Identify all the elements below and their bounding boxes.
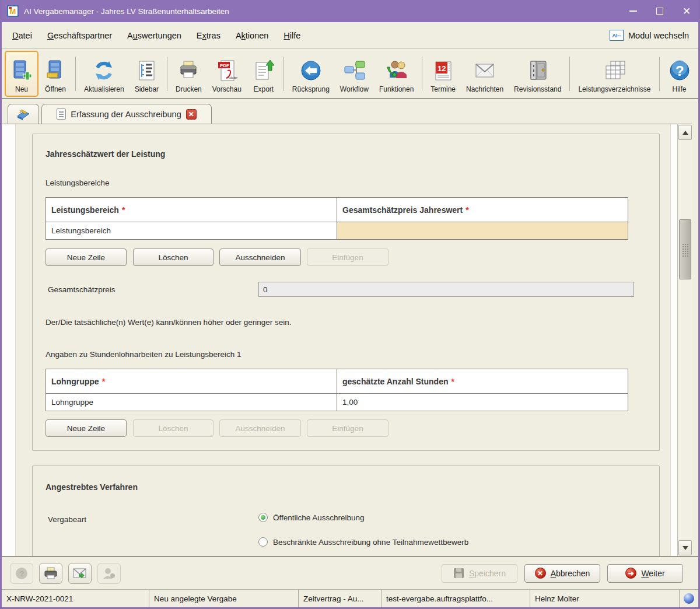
toolbar-button-ruecksprung[interactable]: Rücksprung: [287, 51, 335, 97]
titlebar: M AI Vergabemanager - Jahres LV Straßenu…: [0, 0, 700, 22]
loeschen-button[interactable]: Löschen: [133, 249, 214, 266]
radio-label: Beschränkte Ausschreibung ohne Teilnahme…: [273, 538, 468, 547]
tab-close-button[interactable]: [186, 109, 197, 120]
menu-datei[interactable]: Datei: [5, 27, 40, 44]
leistungsbereich-cell[interactable]: Leistungsbereich: [46, 222, 337, 239]
status-separator: [679, 590, 680, 607]
minimize-button[interactable]: [620, 0, 646, 22]
pdf-preview-icon: PDFAdobe: [215, 58, 239, 83]
svg-text:PDF: PDF: [220, 63, 229, 68]
footer-help-button: ?: [10, 563, 33, 584]
radio-unselected-icon: [258, 537, 268, 547]
menubar: Datei Geschäftspartner Auswertungen Extr…: [2, 22, 698, 49]
toolbar-label: Neu: [15, 85, 28, 93]
toolbar-label: Drucken: [176, 85, 202, 93]
menu-hilfe[interactable]: Hilfe: [276, 27, 308, 44]
lohngruppe-cell[interactable]: Lohngruppe: [46, 394, 337, 411]
leistungsbereiche-label: Leistungsbereiche: [46, 178, 110, 187]
gesamtschaetzpreis-label: Gesamtschätzpreis: [48, 285, 116, 294]
toolbar-separator: [167, 57, 167, 91]
cancel-icon: ✕: [535, 568, 546, 579]
menu-geschaeftspartner[interactable]: Geschäftspartner: [40, 27, 120, 44]
notepad-pencil-icon: [16, 108, 31, 121]
toolbar-button-vorschau[interactable]: PDFAdobe Vorschau: [207, 51, 247, 97]
toolbar-label: Öffnen: [45, 85, 66, 93]
note-text: Der/Die tatsächliche(n) Wert(e) kann/kön…: [46, 318, 291, 327]
toolbar-button-aktualisieren[interactable]: Aktualisieren: [79, 51, 130, 97]
toolbar-button-funktionen[interactable]: Funktionen: [374, 51, 419, 97]
close-button[interactable]: ✕: [673, 0, 700, 22]
neue-zeile-button-2[interactable]: Neue Zeile: [46, 419, 127, 437]
status-benutzer: Heinz Molter: [530, 590, 677, 607]
modul-wechseln-button[interactable]: AI-- Modul wechseln: [606, 27, 692, 43]
new-icon: [10, 58, 33, 83]
toolbar-button-workflow[interactable]: Workflow: [335, 51, 374, 97]
anzahl-stunden-cell[interactable]: 1,00: [337, 394, 628, 411]
einfuegen-button: Einfügen: [307, 249, 388, 266]
content-area: Jahresschätzwert der Leistung Leistungsb…: [2, 124, 677, 556]
toolbar-label: Workflow: [340, 85, 369, 93]
radio-selected-icon: [258, 513, 268, 522]
column-header: Leistungsbereich*: [46, 198, 337, 222]
toolbar-label: Sidebar: [135, 85, 159, 93]
svg-text:?: ?: [676, 63, 684, 79]
column-header: Lohngruppe*: [46, 369, 337, 393]
section-title: Angestrebtes Verfahren: [46, 482, 138, 492]
footer-print-button[interactable]: [39, 563, 62, 584]
toolbar-button-drucken[interactable]: Drucken: [170, 51, 207, 97]
save-floppy-icon: [453, 568, 464, 579]
svg-text:Adobe: Adobe: [228, 76, 238, 79]
tab-erfassung-der-ausschreibung[interactable]: Erfassung der Ausschreibung: [41, 104, 212, 124]
menu-extras[interactable]: Extras: [189, 27, 228, 44]
toolbar-button-termine[interactable]: 12 Termine: [425, 51, 461, 97]
menu-auswertungen[interactable]: Auswertungen: [120, 27, 189, 44]
einfuegen-button-2: Einfügen: [307, 419, 388, 437]
send-mail-icon: [72, 566, 88, 580]
app-icon: M: [7, 5, 19, 17]
footer-contact-button: [97, 563, 121, 584]
weiter-button[interactable]: ➜ Weiter: [607, 564, 683, 583]
help-disabled-icon: ?: [15, 566, 29, 580]
abbrechen-button[interactable]: ✕ Abbrechen: [524, 564, 600, 583]
vertical-scrollbar[interactable]: [677, 124, 692, 556]
scroll-up-button[interactable]: [678, 125, 692, 140]
workflow-icon: [342, 58, 366, 83]
toolbar-button-export[interactable]: Export: [247, 51, 281, 97]
toolbar-button-sidebar[interactable]: Sidebar: [130, 51, 164, 97]
column-header: Gesamtschätzpreis Jahreswert*: [337, 198, 628, 222]
toolbar-button-nachrichten[interactable]: Nachrichten: [461, 51, 509, 97]
printer-icon: [177, 58, 200, 83]
toolbar-button-revisionsstand[interactable]: Revisionsstand: [509, 51, 566, 97]
toolbar: Neu Öffnen Aktualisieren Sidebar Drucken…: [2, 49, 698, 99]
table-header-row: Lohngruppe* geschätzte Anzahl Stunden*: [46, 369, 628, 394]
neue-zeile-button[interactable]: Neue Zeile: [46, 249, 127, 266]
radio-beschraenkte-ausschreibung[interactable]: Beschränkte Ausschreibung ohne Teilnahme…: [258, 537, 468, 547]
table-row: Lohngruppe 1,00: [46, 394, 628, 411]
maximize-button[interactable]: [646, 0, 673, 22]
scroll-down-button[interactable]: [678, 540, 692, 555]
status-vergabe-status: Neu angelegte Vergabe: [149, 590, 299, 607]
gesamtschaetzpreis-jahreswert-cell[interactable]: [337, 222, 628, 239]
refresh-icon: [92, 58, 116, 83]
footer-send-mail-button[interactable]: [68, 563, 92, 584]
minimize-icon: [629, 10, 637, 12]
toolbar-button-neu[interactable]: Neu: [5, 51, 38, 97]
footer-bar: ? Speichern ✕ Abbrechen ➜ Weiter: [2, 556, 698, 589]
ausschneiden-button[interactable]: Ausschneiden: [219, 249, 301, 266]
toolbar-button-leistungsverzeichnisse[interactable]: Leistungsverzeichnisse: [573, 51, 656, 97]
forward-arrow-icon: ➜: [625, 568, 636, 579]
tab-notes[interactable]: [8, 104, 39, 124]
menu-aktionen[interactable]: Aktionen: [228, 27, 276, 44]
radio-oeffentliche-ausschreibung[interactable]: Öffentliche Ausschreibung: [258, 513, 365, 522]
scrollbar-thumb[interactable]: [679, 219, 691, 279]
svg-text:12: 12: [438, 64, 446, 73]
maximize-icon: [656, 8, 663, 15]
toolbar-button-oeffnen[interactable]: Öffnen: [38, 51, 72, 97]
svg-text:?: ?: [20, 569, 24, 578]
table-row: Leistungsbereich: [46, 222, 628, 239]
panel-jahresschaetzwert: Jahresschätzwert der Leistung Leistungsb…: [32, 134, 660, 451]
toolbar-separator: [569, 57, 570, 91]
toolbar-button-hilfe[interactable]: ? Hilfe: [663, 51, 696, 97]
gesamtschaetzpreis-field[interactable]: 0: [258, 282, 634, 297]
window-title: AI Vergabemanager - Jahres LV Straßenunt…: [24, 7, 229, 16]
